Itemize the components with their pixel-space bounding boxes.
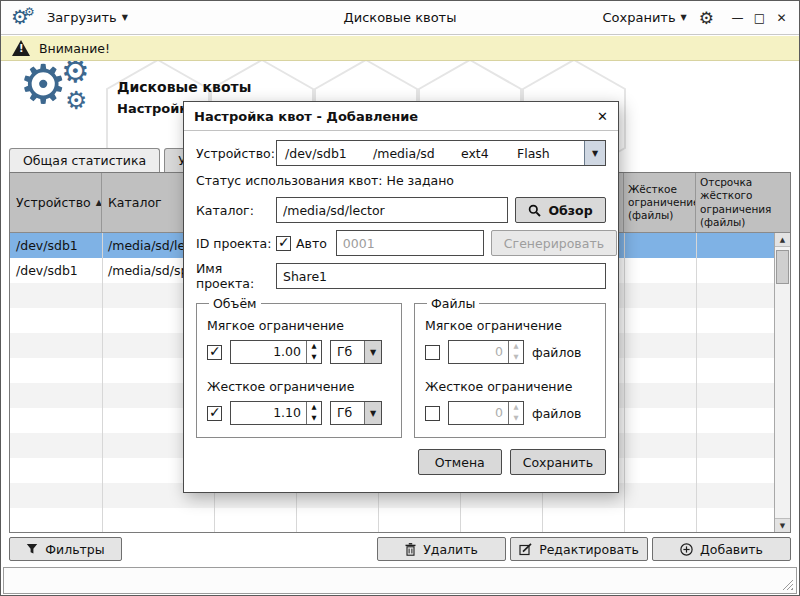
project-id-input[interactable]	[336, 230, 484, 256]
caret-down-icon: ▼	[681, 13, 687, 22]
cell-device: /dev/sdb1	[10, 258, 102, 283]
device-fs: ext4	[461, 146, 517, 161]
spin-up-icon[interactable]: ▲	[509, 402, 523, 413]
project-name-label: Имя проекта:	[196, 261, 276, 291]
files-soft-limit-label: Мягкое ограничение	[425, 318, 595, 333]
edit-pencil-icon	[519, 543, 532, 556]
files-legend: Файлы	[427, 296, 479, 311]
spin-up-icon[interactable]: ▲	[307, 341, 321, 352]
files-hard-checkbox[interactable]	[425, 406, 440, 421]
volume-hard-unit-select[interactable]: Гб ▼	[330, 401, 382, 425]
volume-soft-spinner[interactable]: 1.00 ▲ ▼	[230, 340, 322, 364]
files-soft-checkbox[interactable]	[425, 345, 440, 360]
cancel-button[interactable]: Отмена	[418, 449, 502, 475]
warning-text: Внимание!	[39, 41, 110, 56]
add-circle-icon	[680, 543, 693, 556]
scroll-down-icon[interactable]: ▼	[775, 518, 790, 532]
files-soft-suffix: файлов	[532, 345, 581, 360]
filter-icon	[26, 543, 38, 555]
volume-group: Объём Мягкое ограничение 1.00 ▲ ▼ Гб ▼	[196, 296, 402, 438]
resize-grip[interactable]	[782, 579, 793, 590]
column-divider	[102, 233, 103, 532]
save-menu-label: Сохранить	[602, 10, 675, 25]
quota-add-dialog: Настройка квот - Добавление ✕ Устройство…	[183, 101, 619, 493]
scroll-up-icon[interactable]: ▲	[775, 233, 790, 247]
volume-soft-limit-label: Мягкое ограничение	[207, 318, 391, 333]
minimize-button[interactable]: —	[730, 11, 745, 25]
table-row-empty	[10, 508, 774, 532]
device-select[interactable]: /dev/sdb1 /media/sd ext4 Flash ▼	[276, 140, 606, 166]
spin-down-icon[interactable]: ▼	[509, 352, 523, 363]
spin-up-icon[interactable]: ▲	[509, 341, 523, 352]
settings-gear-icon[interactable]: ⚙	[699, 8, 714, 28]
device-label: Устройство:	[196, 146, 276, 161]
files-hard-spinner[interactable]: 0 ▲ ▼	[448, 401, 524, 425]
scrollbar-thumb[interactable]	[776, 250, 789, 284]
project-name-input[interactable]	[276, 263, 606, 289]
spin-down-icon[interactable]: ▼	[307, 413, 321, 424]
search-icon	[528, 204, 541, 217]
column-divider	[624, 233, 625, 532]
spin-down-icon[interactable]: ▼	[307, 352, 321, 363]
tab-general-statistics[interactable]: Общая статистика	[9, 148, 160, 173]
edit-button[interactable]: Редактировать	[510, 537, 648, 561]
files-group: Файлы Мягкое ограничение 0 ▲ ▼ файлов Же…	[414, 296, 606, 438]
quota-status-text: Статус использования квот: Не задано	[196, 173, 606, 188]
files-soft-spinner[interactable]: 0 ▲ ▼	[448, 340, 524, 364]
volume-soft-checkbox[interactable]	[207, 345, 222, 360]
dialog-close-icon[interactable]: ✕	[597, 109, 608, 124]
project-id-label: ID проекта:	[196, 236, 276, 251]
files-hard-suffix: файлов	[532, 406, 581, 421]
titlebar: ⚙ ⚙ Загрузить ▼ Дисковые квоты Сохранить…	[1, 1, 799, 35]
device-type: Flash	[517, 146, 584, 161]
volume-hard-limit-label: Жесткое ограничение	[207, 379, 391, 394]
vertical-scrollbar[interactable]: ▲ ▼	[774, 233, 790, 532]
window-close-button[interactable]: ✕	[774, 11, 789, 25]
volume-soft-unit-select[interactable]: Гб ▼	[330, 340, 382, 364]
cell-device: /dev/sdb1	[10, 233, 102, 258]
sort-asc-icon: ▲	[96, 198, 102, 207]
save-menu-button[interactable]: Сохранить ▼	[602, 10, 686, 25]
column-header-device[interactable]: Устройство ▲	[10, 173, 102, 232]
auto-checkbox-label: Авто	[296, 236, 327, 251]
warning-icon	[12, 40, 30, 56]
dropdown-arrow-icon[interactable]: ▼	[584, 141, 605, 165]
maximize-button[interactable]: □	[752, 11, 767, 25]
dialog-title: Настройка квот - Добавление	[194, 109, 418, 124]
action-bar: Фильтры Удалить Редактировать Добавить	[1, 537, 799, 561]
generate-button[interactable]: Сгенерировать	[491, 230, 617, 256]
catalog-label: Каталог:	[196, 203, 276, 218]
page-title: Дисковые квоты	[117, 79, 251, 95]
column-header-hard-limit-files[interactable]: Жёсткое ограничение (файлы)	[624, 173, 696, 232]
dropdown-arrow-icon[interactable]: ▼	[364, 341, 381, 363]
trash-icon	[405, 543, 416, 556]
filters-button[interactable]: Фильтры	[9, 537, 122, 561]
device-name: /dev/sdb1	[277, 146, 373, 161]
caret-down-icon: ▼	[122, 13, 128, 22]
delete-button[interactable]: Удалить	[377, 537, 506, 561]
dialog-titlebar: Настройка квот - Добавление ✕	[184, 102, 618, 131]
catalog-input[interactable]	[276, 197, 508, 223]
load-menu-button[interactable]: Загрузить ▼	[47, 10, 128, 25]
volume-hard-checkbox[interactable]	[207, 406, 222, 421]
add-button[interactable]: Добавить	[652, 537, 791, 561]
dropdown-arrow-icon[interactable]: ▼	[364, 402, 381, 424]
device-mount: /media/sd	[373, 146, 461, 161]
save-button[interactable]: Сохранить	[510, 449, 606, 475]
load-menu-label: Загрузить	[47, 10, 117, 25]
files-hard-limit-label: Жесткое ограничение	[425, 379, 595, 394]
volume-legend: Объём	[209, 296, 261, 311]
status-bar	[3, 567, 797, 594]
warning-bar: Внимание!	[1, 36, 799, 61]
column-divider	[696, 233, 697, 532]
auto-checkbox[interactable]	[276, 236, 291, 251]
column-header-grace-hard-files[interactable]: Отсрочка жёсткого ограничения (файлы)	[696, 173, 790, 232]
gears-logo-icon: ⚙ ⚙ ⚙	[17, 61, 117, 125]
spin-down-icon[interactable]: ▼	[509, 413, 523, 424]
spin-up-icon[interactable]: ▲	[307, 402, 321, 413]
browse-label: Обзор	[548, 203, 592, 218]
app-logo-icon: ⚙ ⚙	[11, 5, 39, 31]
browse-button[interactable]: Обзор	[515, 197, 606, 223]
volume-hard-spinner[interactable]: 1.10 ▲ ▼	[230, 401, 322, 425]
